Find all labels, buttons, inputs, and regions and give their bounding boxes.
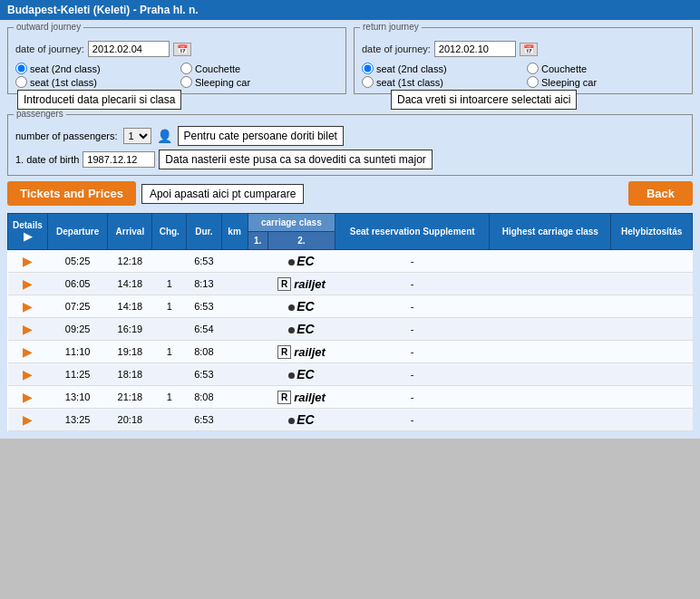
title-text: Budapest-Keleti (Keleti) - Praha hl. n. (7, 4, 199, 16)
return-calendar-button[interactable]: 📅 (520, 43, 538, 56)
row-dur: 8:08 (187, 386, 221, 409)
action-row: Tickets and Prices Apoi apasati aici pt … (7, 181, 693, 206)
ec-logo: EC (288, 367, 314, 382)
row-km (221, 295, 248, 318)
row-arrival: 19:18 (108, 341, 152, 363)
return-date-input[interactable] (434, 41, 516, 57)
outward-date-label: date of journey: (15, 43, 84, 54)
row-carriage-1 (248, 409, 267, 431)
dob-input[interactable] (83, 151, 155, 168)
action-tooltip: Apoi apasati aici pt cumparare (141, 184, 304, 204)
row-departure: 05:25 (47, 250, 108, 273)
row-details-arrow[interactable]: ▶ (8, 341, 48, 363)
return-date-label: date of journey: (362, 43, 431, 54)
table-row: ▶05:2512:186:53EC- (8, 250, 693, 273)
row-dur: 6:53 (187, 363, 221, 386)
passengers-number-label: number of passengers: (15, 130, 118, 141)
row-chg (152, 318, 187, 341)
journey-row: outward journey date of journey: 📅 seat … (7, 27, 693, 94)
row-helybiztositas (611, 295, 693, 318)
row-details-arrow[interactable]: ▶ (8, 386, 48, 409)
outward-tooltip: Introduceti data plecarii si clasa (17, 90, 181, 110)
row-carriage-1 (248, 341, 267, 363)
table-row: ▶11:1019:1818:08Rrailjet- (8, 341, 693, 363)
row-departure: 11:25 (47, 363, 108, 386)
row-seat-reservation: - (335, 318, 490, 341)
row-train-type: EC (267, 295, 335, 318)
outward-journey-box: outward journey date of journey: 📅 seat … (7, 27, 346, 94)
back-button[interactable]: Back (628, 181, 693, 206)
row-helybiztositas (611, 318, 693, 341)
ec-logo: EC (288, 412, 314, 427)
row-dur: 8:13 (187, 273, 221, 295)
return-seat-2nd[interactable]: seat (2nd class) (362, 63, 520, 74)
results-table: Details ▶ Departure Arrival Chg. Dur. km… (7, 213, 693, 431)
row-carriage-1 (248, 318, 267, 341)
return-sleeping[interactable]: Sleeping car (527, 76, 685, 88)
row-arrival: 14:18 (108, 273, 152, 295)
table-row: ▶06:0514:1818:13Rrailjet- (8, 273, 693, 295)
outward-date-input[interactable] (88, 41, 170, 57)
ec-logo: EC (288, 254, 314, 268)
row-details-arrow[interactable]: ▶ (8, 273, 48, 295)
row-helybiztositas (611, 250, 693, 273)
row-arrival: 20:18 (108, 409, 152, 431)
row-seat-reservation: - (335, 409, 490, 431)
row-departure: 09:25 (47, 318, 108, 341)
th-chg: Chg. (152, 214, 187, 250)
row-seat-reservation: - (335, 273, 490, 295)
row-carriage-1 (248, 386, 267, 409)
row-arrival: 21:18 (108, 386, 152, 409)
row-chg: 1 (152, 273, 187, 295)
ec-logo: EC (288, 322, 314, 336)
th-carriage-class: carriage class (248, 214, 335, 232)
dob-label: 1. date of birth (15, 154, 79, 165)
outward-sleeping[interactable]: Sleeping car (180, 76, 338, 88)
row-arrival: 16:19 (108, 318, 152, 341)
row-details-arrow[interactable]: ▶ (8, 295, 48, 318)
main-container: outward journey date of journey: 📅 seat … (0, 20, 700, 439)
ec-logo: EC (288, 299, 314, 314)
passengers-count-select[interactable]: 1 2 3 (123, 128, 151, 144)
row-chg: 1 (152, 341, 187, 363)
table-row: ▶09:2516:196:54EC- (8, 318, 693, 341)
row-helybiztositas (611, 341, 693, 363)
passengers-tooltip: Pentru cate persoane doriti bilet (178, 126, 344, 146)
row-km (221, 386, 248, 409)
row-seat-reservation: - (335, 363, 490, 386)
outward-date-row: date of journey: 📅 (15, 41, 338, 57)
return-date-row: date of journey: 📅 (362, 41, 685, 57)
th-km: km (221, 214, 248, 250)
row-arrival: 12:18 (108, 250, 152, 273)
railjet-logo: Rrailjet (277, 345, 326, 359)
return-couchette[interactable]: Couchette (527, 63, 685, 74)
row-seat-reservation: - (335, 250, 490, 273)
return-seat-1st[interactable]: seat (1st class) (362, 76, 520, 88)
outward-couchette[interactable]: Couchette (180, 63, 338, 74)
outward-calendar-button[interactable]: 📅 (173, 43, 191, 56)
row-departure: 06:05 (47, 273, 108, 295)
railjet-logo: Rrailjet (277, 391, 326, 404)
outward-seat-2nd[interactable]: seat (2nd class) (15, 63, 173, 74)
row-km (221, 363, 248, 386)
row-details-arrow[interactable]: ▶ (8, 409, 48, 431)
passengers-legend: passengers (14, 109, 66, 119)
row-highest-carriage (490, 363, 611, 386)
row-details-arrow[interactable]: ▶ (8, 318, 48, 341)
th-carriage-1: 1. (248, 232, 267, 250)
th-carriage-2: 2. (267, 232, 335, 250)
row-details-arrow[interactable]: ▶ (8, 363, 48, 386)
row-highest-carriage (490, 341, 611, 363)
row-chg (152, 409, 187, 431)
th-departure: Departure (47, 214, 108, 250)
table-row: ▶13:1021:1818:08Rrailjet- (8, 386, 693, 409)
outward-seat-1st[interactable]: seat (1st class) (15, 76, 173, 88)
row-details-arrow[interactable]: ▶ (8, 250, 48, 273)
row-carriage-1 (248, 250, 267, 273)
tickets-prices-button[interactable]: Tickets and Prices (7, 181, 136, 206)
dob-tooltip: Data nasterii este pusa ca sa dovediti c… (159, 150, 432, 169)
row-km (221, 273, 248, 295)
table-row: ▶13:2520:186:53EC- (8, 409, 693, 431)
row-carriage-1 (248, 295, 267, 318)
title-bar: Budapest-Keleti (Keleti) - Praha hl. n. (0, 0, 700, 20)
